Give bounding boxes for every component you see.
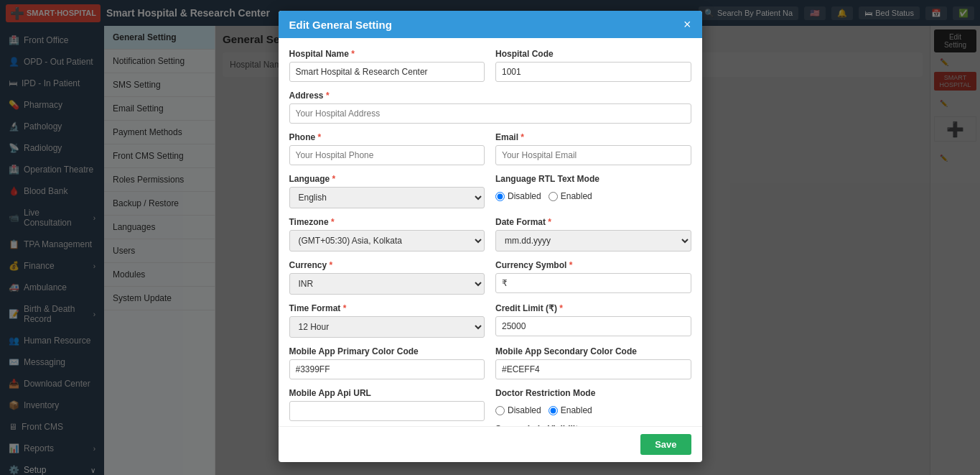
- address-label: Address *: [289, 91, 691, 101]
- field-address: Address *: [289, 91, 691, 124]
- field-timezone: Timezone * (GMT+05:30) Asia, Kolkata (GM…: [289, 217, 485, 252]
- field-email: Email *: [495, 132, 691, 165]
- rtl-enabled-radio[interactable]: [549, 192, 558, 201]
- time-format-select[interactable]: 12 Hour 24 Hour: [289, 316, 485, 338]
- field-language: Language * English Arabic French Spanish: [289, 174, 485, 208]
- hospital-code-label: Hospital Code: [495, 49, 691, 59]
- field-hospital-name: Hospital Name *: [289, 49, 485, 82]
- language-select[interactable]: English Arabic French Spanish: [289, 187, 485, 208]
- doctor-restriction-label: Doctor Restriction Mode: [495, 388, 691, 398]
- field-hospital-code: Hospital Code: [495, 49, 691, 82]
- currency-label: Currency *: [289, 260, 485, 270]
- rtl-disabled-label[interactable]: Disabled: [495, 191, 541, 201]
- doctor-restriction-disabled-label[interactable]: Disabled: [495, 405, 541, 415]
- rtl-disabled-radio[interactable]: [495, 192, 505, 201]
- mobile-api-url-label: Mobile App Api URL: [289, 388, 485, 398]
- email-label: Email *: [495, 132, 691, 142]
- modal-body: Hospital Name * Hospital Code Address *: [279, 38, 702, 426]
- field-phone: Phone *: [289, 132, 485, 165]
- row-hospital-info: Hospital Name * Hospital Code: [289, 49, 691, 82]
- currency-select[interactable]: INR USD EUR: [289, 273, 485, 295]
- row-language: Language * English Arabic French Spanish…: [289, 174, 691, 208]
- save-button[interactable]: Save: [640, 434, 691, 455]
- doctor-restriction-enabled-radio[interactable]: [549, 406, 558, 415]
- currency-symbol-label: Currency Symbol *: [495, 260, 691, 270]
- row-time-credit: Time Format * 12 Hour 24 Hour Credit Lim…: [289, 303, 691, 338]
- phone-label: Phone *: [289, 132, 485, 142]
- field-time-format: Time Format * 12 Hour 24 Hour: [289, 303, 485, 338]
- field-currency: Currency * INR USD EUR: [289, 260, 485, 295]
- language-rtl-label: Language RTL Text Mode: [495, 174, 691, 184]
- modal-footer: Save: [279, 426, 702, 462]
- mobile-secondary-color-input[interactable]: [495, 359, 691, 379]
- credit-limit-input[interactable]: [495, 316, 691, 336]
- row-phone-email: Phone * Email *: [289, 132, 691, 165]
- mobile-api-url-input[interactable]: [289, 401, 485, 421]
- edit-general-setting-modal: Edit General Setting × Hospital Name * H…: [279, 11, 702, 462]
- field-language-rtl: Language RTL Text Mode Disabled Enabled: [495, 174, 691, 208]
- row-timezone-dateformat: Timezone * (GMT+05:30) Asia, Kolkata (GM…: [289, 217, 691, 252]
- doctor-restriction-disabled-radio[interactable]: [495, 406, 505, 415]
- field-currency-symbol: Currency Symbol *: [495, 260, 691, 295]
- modal-overlay: Edit General Setting × Hospital Name * H…: [0, 0, 980, 475]
- mobile-secondary-color-label: Mobile App Secondary Color Code: [495, 346, 691, 356]
- modal-header: Edit General Setting ×: [279, 11, 702, 38]
- date-format-select[interactable]: mm.dd.yyyy dd/mm/yyyy yyyy-mm-dd: [495, 230, 691, 252]
- field-doctor-restriction: Doctor Restriction Mode Disabled Enabled: [495, 388, 691, 426]
- doctor-restriction-radio-group: Disabled Enabled: [495, 401, 691, 415]
- address-input[interactable]: [289, 103, 691, 124]
- modal-title: Edit General Setting: [289, 19, 392, 31]
- email-input[interactable]: [495, 145, 691, 165]
- phone-input[interactable]: [289, 145, 485, 165]
- field-date-format: Date Format * mm.dd.yyyy dd/mm/yyyy yyyy…: [495, 217, 691, 252]
- row-mobile-colors: Mobile App Primary Color Code Mobile App…: [289, 346, 691, 379]
- field-mobile-primary-color: Mobile App Primary Color Code: [289, 346, 485, 379]
- row-address: Address *: [289, 91, 691, 124]
- timezone-select[interactable]: (GMT+05:30) Asia, Kolkata (GMT+00:00) UT…: [289, 230, 485, 252]
- modal-close-button[interactable]: ×: [683, 18, 691, 31]
- language-label: Language *: [289, 174, 485, 184]
- timezone-label: Timezone *: [289, 217, 485, 227]
- time-format-label: Time Format *: [289, 303, 485, 313]
- language-rtl-radio-group: Disabled Enabled: [495, 187, 691, 201]
- hospital-name-label: Hospital Name *: [289, 49, 485, 59]
- hospital-name-input[interactable]: [289, 62, 485, 82]
- mobile-primary-color-input[interactable]: [289, 359, 485, 379]
- field-credit-limit: Credit Limit (₹) *: [495, 303, 691, 338]
- mobile-primary-color-label: Mobile App Primary Color Code: [289, 346, 485, 356]
- hospital-code-input[interactable]: [495, 62, 691, 82]
- field-mobile-secondary-color: Mobile App Secondary Color Code: [495, 346, 691, 379]
- field-mobile-api-url: Mobile App Api URL: [289, 388, 485, 426]
- date-format-label: Date Format *: [495, 217, 691, 227]
- rtl-enabled-label[interactable]: Enabled: [549, 191, 592, 201]
- doctor-restriction-enabled-label[interactable]: Enabled: [549, 405, 592, 415]
- row-api-doctor: Mobile App Api URL Doctor Restriction Mo…: [289, 388, 691, 426]
- credit-limit-label: Credit Limit (₹) *: [495, 303, 691, 313]
- currency-symbol-input[interactable]: [495, 273, 691, 293]
- row-currency: Currency * INR USD EUR Currency Symbol *: [289, 260, 691, 295]
